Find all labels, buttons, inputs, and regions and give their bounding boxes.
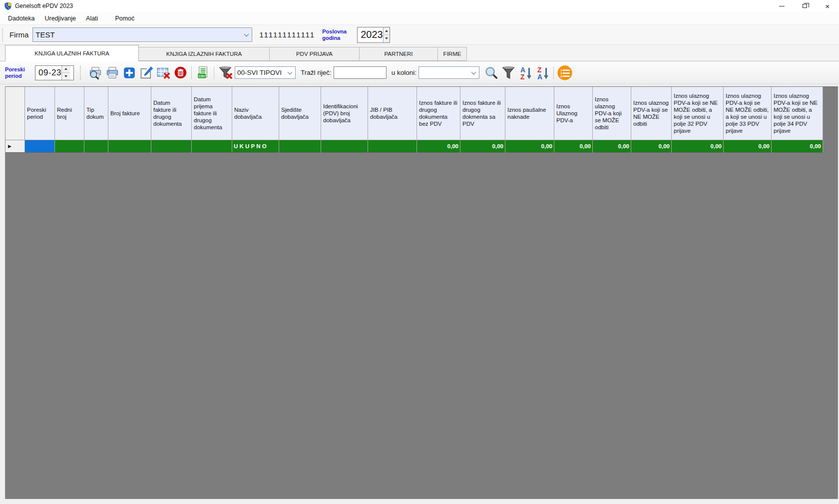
tab-firme[interactable]: FIRME [438, 47, 467, 61]
column-header[interactable]: Datum prijema fakture ili drugog dokumen… [192, 87, 232, 140]
totals-cell[interactable]: 0,00 [593, 140, 631, 153]
tab-partneri[interactable]: PARTNERI [360, 47, 438, 61]
numbered-list-button[interactable]: 1 2 3 [557, 65, 573, 81]
document-type-filter-combobox[interactable]: 00-SVI TIPOVI [235, 66, 296, 79]
add-row-button[interactable] [121, 65, 137, 81]
clear-filter-button[interactable] [217, 65, 233, 81]
poreski-period-value: 09-23 [35, 66, 61, 80]
csv-file-icon: CSV [196, 66, 210, 79]
column-header[interactable]: Tip dokum [84, 87, 108, 140]
column-header[interactable]: Iznos fakture ili drugog dokmenta sa PDV [460, 87, 505, 140]
firma-combobox[interactable]: TEST [32, 27, 252, 42]
filter-button[interactable] [500, 65, 516, 81]
row-selector-cell[interactable]: ▶ [5, 140, 25, 153]
app-shield-icon [4, 2, 12, 10]
firma-label: Firma [9, 30, 28, 39]
sort-ascending-button[interactable]: A Z [517, 65, 533, 81]
totals-cell[interactable]: 0,00 [460, 140, 505, 153]
column-header[interactable]: Sjedište dobavljača [279, 87, 321, 140]
poreski-period-spinner[interactable]: 09-23 [35, 65, 74, 80]
period-down-button[interactable] [62, 73, 70, 80]
close-icon: × [826, 2, 830, 10]
toolstrip-grip[interactable] [2, 28, 5, 41]
tab-pdv-prijava[interactable]: PDV PRIJAVA [270, 47, 360, 61]
down-arrow-icon [64, 75, 67, 77]
column-header[interactable]: Iznos Ulaznog PDV-a [554, 87, 593, 140]
column-header[interactable]: Poreski period [25, 87, 55, 140]
totals-cell[interactable]: U K U P N O [232, 140, 279, 153]
column-header[interactable]: Datum fakture ili drugog dokumenta [151, 87, 192, 140]
totals-cell-empty[interactable] [151, 140, 192, 153]
year-up-button[interactable] [384, 27, 390, 35]
sort-az-icon: A Z [518, 65, 533, 80]
chevron-down-icon [244, 31, 249, 36]
column-header[interactable]: JIB / PIB dobavljača [368, 87, 417, 140]
column-header[interactable]: Iznos ulaznog PDV-a koji se NE MOŽE odbi… [631, 87, 672, 140]
edit-row-button[interactable] [138, 65, 154, 81]
close-button[interactable]: × [816, 0, 839, 12]
totals-cell-empty[interactable] [55, 140, 84, 153]
print-preview-button[interactable] [87, 65, 103, 81]
totals-cell[interactable]: 0,00 [672, 140, 724, 153]
toolstrip-grip[interactable] [80, 66, 84, 80]
menu-uredjivanje[interactable]: Uredjivanje [40, 13, 81, 24]
svg-text:A: A [537, 73, 542, 80]
tab-knjiga-ulaznih-faktura[interactable]: KNJIGA ULAZNIH FAKTURA [5, 45, 139, 61]
business-year-spinner[interactable]: 2023 [357, 27, 390, 43]
sort-descending-button[interactable]: Z A [534, 65, 550, 81]
totals-cell-empty[interactable] [84, 140, 108, 153]
column-header[interactable]: Iznos ulaznog PDV-a koji se NE MOŽE odbi… [672, 87, 724, 140]
minimize-button[interactable] [770, 0, 793, 12]
invoices-datagrid[interactable]: Poreski periodRedni brojTip dokumBroj fa… [5, 86, 838, 499]
restore-button[interactable] [793, 0, 816, 12]
period-up-button[interactable] [62, 66, 70, 73]
search-button[interactable] [483, 65, 499, 81]
totals-cell[interactable]: 0,00 [417, 140, 460, 153]
minimize-icon [779, 6, 785, 6]
totals-cell[interactable]: 0,00 [505, 140, 554, 153]
totals-cell[interactable]: 0,00 [631, 140, 672, 153]
column-header[interactable]: Iznos ulaznog PDV-a koji se NE MOŽE odbi… [772, 87, 823, 140]
column-header[interactable]: Iznos ulaznog PDV-a koji se NE MOŽE odbi… [724, 87, 772, 140]
column-header[interactable]: Iznos paušalne naknade [505, 87, 554, 140]
column-header[interactable]: Identifikacioni (PDV) broj dobavljača [321, 87, 368, 140]
export-csv-button[interactable]: CSV [195, 65, 211, 81]
toolbar-separator [191, 66, 192, 79]
print-preview-icon [88, 66, 102, 80]
business-year-label: Poslovna godina [322, 28, 353, 41]
tab-strip: KNJIGA ULAZNIH FAKTURA KNJIGA IZLAZNIH F… [0, 45, 839, 61]
column-header[interactable]: Broj fakture [108, 87, 151, 140]
year-down-button[interactable] [384, 35, 390, 42]
delete-table-row-button[interactable] [155, 65, 171, 81]
menu-dadoteka[interactable]: Dadoteka [3, 13, 40, 24]
column-header[interactable]: Redni broj [55, 87, 84, 140]
filter-funnel-icon [501, 65, 516, 80]
delete-button[interactable] [172, 65, 188, 81]
column-header[interactable]: Naziv dobavljača [232, 87, 279, 140]
menu-alati[interactable]: Alati [81, 13, 103, 24]
search-column-combobox[interactable] [419, 66, 479, 79]
totals-cell-empty[interactable] [192, 140, 232, 153]
print-button[interactable] [104, 65, 120, 81]
column-header[interactable]: Iznos ulaznog PDV-a koji se MOŽE odbiti [593, 87, 631, 140]
totals-cell-empty[interactable] [368, 140, 417, 153]
window-title: Genelsoft ePDV 2023 [15, 2, 73, 9]
totals-cell-empty[interactable] [108, 140, 151, 153]
column-header[interactable]: Iznos fakture ili drugog dokumenta bez P… [417, 87, 460, 140]
menu-pomoc[interactable]: Pomoć [110, 13, 139, 24]
search-word-input[interactable] [334, 66, 387, 79]
grid-totals-row: ▶ U K U P N O0,000,000,000,000,000,000,0… [5, 140, 823, 153]
totals-cell-empty[interactable] [25, 140, 55, 153]
grid-header-row: Poreski periodRedni brojTip dokumBroj fa… [5, 87, 823, 140]
filter-clear-icon [218, 65, 233, 80]
totals-cell[interactable]: 0,00 [772, 140, 823, 153]
tab-knjiga-izlaznih-faktura[interactable]: KNJIGA IZLAZNIH FAKTURA [139, 47, 270, 61]
numbered-list-icon: 1 2 3 [557, 65, 573, 81]
totals-cell[interactable]: 0,00 [554, 140, 593, 153]
totals-cell-empty[interactable] [279, 140, 321, 153]
svg-text:Z: Z [520, 73, 524, 80]
totals-cell[interactable]: 0,00 [724, 140, 772, 153]
totals-cell-empty[interactable] [321, 140, 368, 153]
grid-corner-cell[interactable] [5, 87, 25, 140]
tab-page-content: Poreski periodRedni brojTip dokumBroj fa… [0, 84, 839, 504]
